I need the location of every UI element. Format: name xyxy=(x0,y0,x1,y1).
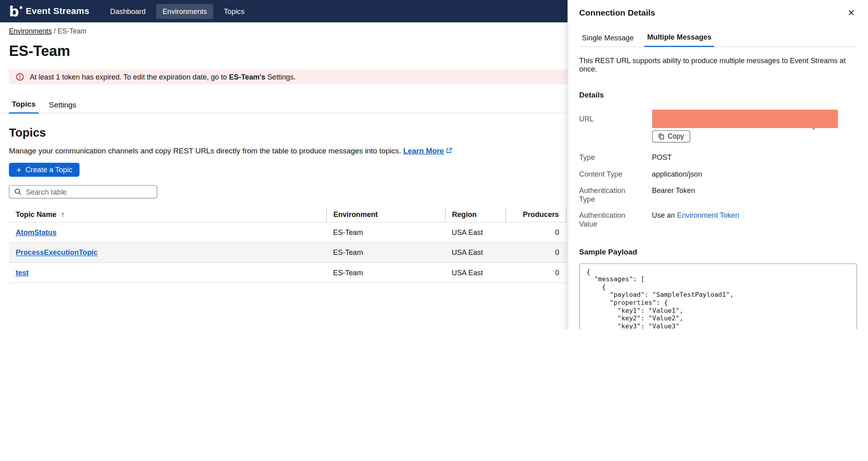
column-header-environment[interactable]: Environment xyxy=(326,207,445,222)
cell-producers: 0 xyxy=(505,242,566,262)
search-input[interactable] xyxy=(26,188,152,196)
details-heading: Details xyxy=(579,91,857,99)
column-header-region[interactable]: Region xyxy=(445,207,505,222)
create-topic-button[interactable]: + Create a Topic xyxy=(9,163,79,177)
cell-region: USA East xyxy=(445,242,505,262)
column-header-producers[interactable]: Producers xyxy=(505,207,566,222)
nav-environments[interactable]: Environments xyxy=(156,4,213,19)
cell-producers: 0 xyxy=(505,222,566,242)
tab-settings[interactable]: Settings xyxy=(46,96,79,113)
table-search[interactable] xyxy=(9,185,157,199)
nav-topics[interactable]: Topics xyxy=(217,4,250,19)
auth-type-value: Bearer Token xyxy=(652,186,695,204)
content-type-label: Content Type xyxy=(579,169,652,179)
panel-description: This REST URL supports ability to produc… xyxy=(579,56,857,73)
cell-environment: ES-Team xyxy=(326,222,445,242)
brand[interactable]: b Event Streams xyxy=(9,4,89,18)
topic-link-atomstatus[interactable]: AtomStatus xyxy=(16,228,56,236)
details-fields: URL Copy Type POST Content Type applicat… xyxy=(579,109,857,229)
topic-link-test[interactable]: test xyxy=(16,268,28,276)
environment-token-link[interactable]: Environment Token xyxy=(677,211,739,219)
auth-value-value: Use an Environment Token xyxy=(652,211,739,229)
tab-multiple-messages[interactable]: Multiple Messages xyxy=(645,28,714,47)
breadcrumb-current: ES-Team xyxy=(58,28,86,36)
close-icon[interactable]: × xyxy=(846,6,857,19)
tab-topics[interactable]: Topics xyxy=(9,96,38,113)
breadcrumb-environments-link[interactable]: Environments xyxy=(9,28,52,36)
tab-single-message[interactable]: Single Message xyxy=(579,28,637,46)
sample-payload-code[interactable]: { "messages": [ { "payload": "SampleTest… xyxy=(579,263,857,329)
url-label: URL xyxy=(579,109,652,143)
app-window: b Event Streams Dashboard Environments T… xyxy=(0,0,868,329)
sample-payload-heading: Sample Payload xyxy=(579,248,857,256)
search-icon xyxy=(14,188,22,196)
cell-region: USA East xyxy=(445,262,505,282)
type-label: Type xyxy=(579,153,652,162)
column-header-topic-name[interactable]: Topic Name↑ xyxy=(9,207,326,222)
nav-dashboard[interactable]: Dashboard xyxy=(104,4,152,19)
alert-text: At least 1 token has expired. To edit th… xyxy=(30,73,295,81)
external-link-icon xyxy=(446,147,453,155)
topic-link-processexecutiontopic[interactable]: ProcessExecutionTopic xyxy=(16,248,98,256)
panel-title: Connection Details xyxy=(579,8,655,17)
auth-value-label: Authentication Value xyxy=(579,211,652,229)
cell-environment: ES-Team xyxy=(326,242,445,262)
content-type-value: application/json xyxy=(652,169,702,179)
learn-more-link[interactable]: Learn More xyxy=(403,147,444,155)
logo-dot xyxy=(20,6,22,9)
copy-url-button[interactable]: Copy xyxy=(652,130,690,143)
warning-icon xyxy=(16,73,24,81)
app-title: Event Streams xyxy=(26,6,89,16)
sort-ascending-icon: ↑ xyxy=(61,211,64,219)
panel-tabs: Single Message Multiple Messages xyxy=(579,28,857,47)
stray-dot-artifact xyxy=(812,128,814,130)
connection-details-panel: Connection Details × Single Message Mult… xyxy=(567,0,868,329)
auth-type-label: Authentication Type xyxy=(579,186,652,204)
url-value-redacted[interactable] xyxy=(652,109,838,128)
plus-icon: + xyxy=(16,165,22,174)
boomi-logo-icon: b xyxy=(9,4,19,18)
type-value: POST xyxy=(652,153,672,162)
cell-region: USA East xyxy=(445,222,505,242)
cell-producers: 0 xyxy=(505,262,566,282)
primary-nav: Dashboard Environments Topics xyxy=(104,4,251,19)
copy-icon xyxy=(658,133,664,140)
breadcrumb-separator: / xyxy=(54,28,56,36)
cell-environment: ES-Team xyxy=(326,262,445,282)
